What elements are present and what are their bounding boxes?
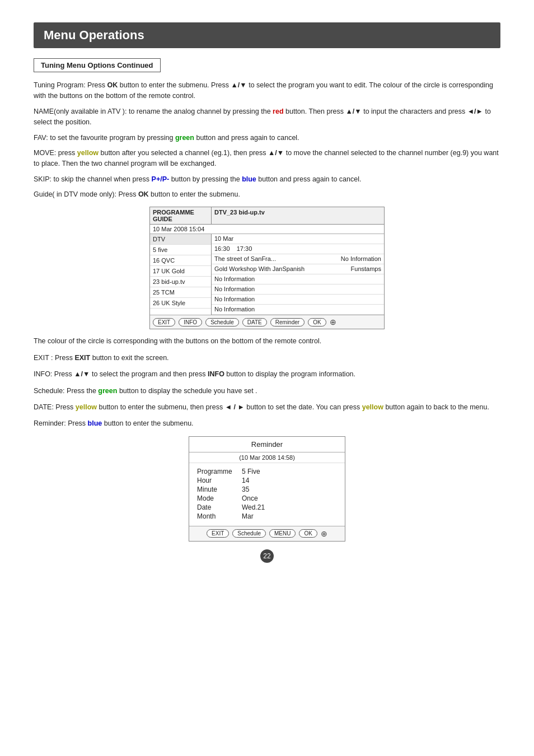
channel-ukgold: 17 UK Gold xyxy=(150,266,211,277)
guide-buttons-row: EXIT INFO Schedule DATE Reminder OK ⊕ xyxy=(150,315,384,329)
reminder-value-mode: Once xyxy=(242,494,258,502)
reminder-value-month: Mar xyxy=(242,512,254,520)
reminder-row-month: Month Mar xyxy=(197,512,337,520)
reminder-date: (10 Mar 2008 14:58) xyxy=(189,452,345,463)
programme-guide-table: PROGRAMME GUIDE DTV_23 bid-up.tv 10 Mar … xyxy=(149,207,385,329)
program-dtv-time: 16:30 17:30 xyxy=(212,244,384,254)
program-dtv: 10 Mar xyxy=(212,234,384,244)
section-title: Tuning Menu Options Continued xyxy=(34,58,161,72)
info-note: INFO: Press ▲/▼ to select the program an… xyxy=(34,369,500,380)
guide-ok-button[interactable]: OK xyxy=(308,318,326,326)
guide-exit-button[interactable]: EXIT xyxy=(153,318,175,326)
guide-intro-text: Guide( in DTV mode only): Press OK butto… xyxy=(34,189,500,200)
channel-qvc: 16 QVC xyxy=(150,255,211,266)
page-header: Menu Operations xyxy=(34,22,500,48)
guide-info-button[interactable]: INFO xyxy=(179,318,202,326)
reminder-body: Programme 5 Five Hour 14 Minute 35 Mode … xyxy=(189,463,345,526)
reminder-row-minute: Minute 35 xyxy=(197,486,337,493)
guide-schedule-button[interactable]: Schedule xyxy=(205,318,239,326)
reminder-intro: Reminder: Press blue button to enter the… xyxy=(34,418,500,429)
reminder-row-mode: Mode Once xyxy=(197,494,337,502)
reminder-nav-cross-icon: ⊕ xyxy=(321,529,327,538)
program-ukstyle: No Information xyxy=(212,305,384,315)
name-text: NAME(only available in ATV ): to rename … xyxy=(34,106,500,128)
move-text: MOVE: press yellow button after you sele… xyxy=(34,148,500,170)
reminder-label-month: Month xyxy=(197,512,242,520)
channel-tcm: 25 TCM xyxy=(150,287,211,298)
reminder-label-date: Date xyxy=(197,503,242,511)
program-qvc: Gold Workshop With JanSpanishFunstamps xyxy=(212,264,384,274)
guide-header-left: PROGRAMME GUIDE xyxy=(150,207,212,224)
reminder-row-date: Date Wed.21 xyxy=(197,503,337,511)
reminder-ok-button[interactable]: OK xyxy=(299,529,317,538)
page-number: 22 xyxy=(260,549,274,563)
reminder-table: Reminder (10 Mar 2008 14:58) Programme 5… xyxy=(189,436,345,542)
colour-note: The colour of the circle is correspondin… xyxy=(34,336,500,347)
channel-bidup: 23 bid-up.tv xyxy=(150,277,211,287)
program-ukgold: No Information xyxy=(212,274,384,284)
skip-text: SKIP: to skip the channel when press P+/… xyxy=(34,174,500,185)
page-title: Menu Operations xyxy=(44,28,144,42)
date-note: DATE: Press yellow button to enter the s… xyxy=(34,402,500,413)
guide-header-right: DTV_23 bid-up.tv xyxy=(212,207,384,224)
program-5five: The street of SanFra...No Information xyxy=(212,254,384,264)
reminder-exit-button[interactable]: EXIT xyxy=(207,529,229,538)
guide-nav-cross-icon: ⊕ xyxy=(330,318,336,326)
schedule-note: Schedule: Press the green button to disp… xyxy=(34,386,500,396)
reminder-value-programme: 5 Five xyxy=(242,468,260,475)
reminder-schedule-button[interactable]: Schedule xyxy=(232,529,266,538)
reminder-title: Reminder xyxy=(189,437,345,452)
reminder-label-hour: Hour xyxy=(197,477,242,484)
reminder-label-mode: Mode xyxy=(197,494,242,502)
channel-dtv: DTV xyxy=(150,234,211,245)
reminder-label-programme: Programme xyxy=(197,468,242,475)
reminder-row-programme: Programme 5 Five xyxy=(197,468,337,475)
reminder-label-minute: Minute xyxy=(197,486,242,493)
fav-text: FAV: to set the favourite program by pre… xyxy=(34,133,500,143)
tuning-program-text: Tuning Program: Press OK button to enter… xyxy=(34,80,500,102)
guide-date: 10 Mar 2008 15:04 xyxy=(150,225,384,234)
channel-ukstyle: 26 UK Style xyxy=(150,298,211,309)
guide-reminder-button[interactable]: Reminder xyxy=(270,318,305,326)
reminder-buttons-row: EXIT Schedule MENU OK ⊕ xyxy=(189,526,345,541)
program-bidup: No Information xyxy=(212,284,384,295)
channel-5five: 5 five xyxy=(150,245,211,255)
exit-note: EXIT : Press EXIT button to exit the scr… xyxy=(34,353,500,363)
guide-date-button[interactable]: DATE xyxy=(242,318,267,326)
reminder-value-date: Wed.21 xyxy=(242,503,265,511)
reminder-row-hour: Hour 14 xyxy=(197,477,337,484)
reminder-value-minute: 35 xyxy=(242,486,249,493)
reminder-value-hour: 14 xyxy=(242,477,249,484)
program-tcm: No Information xyxy=(212,295,384,305)
reminder-menu-button[interactable]: MENU xyxy=(269,529,296,538)
